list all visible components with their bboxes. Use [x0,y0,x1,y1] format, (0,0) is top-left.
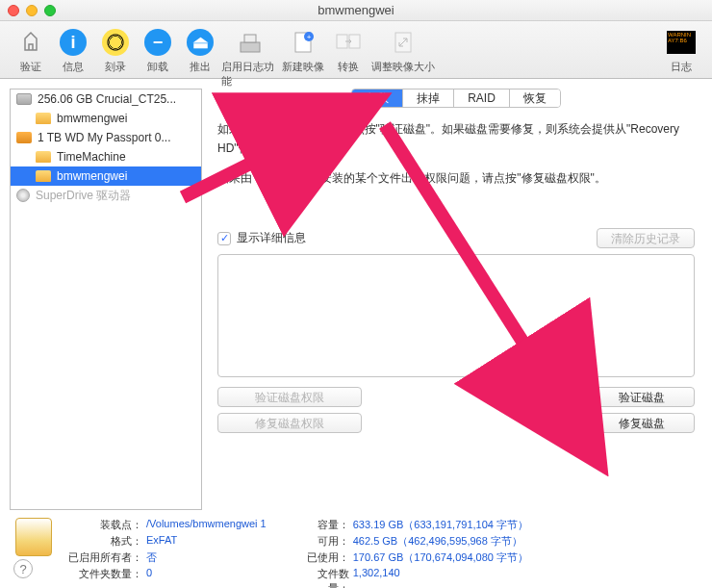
sidebar-item-vol2[interactable]: bmwmengwei [11,166,201,186]
svg-text:+: + [307,33,312,41]
toolbar: 验证 i信息 刻录 −卸载 ⏏推出 启用日志功能 +新建映像 转换 调整映像大小… [0,21,712,79]
verify-disk-button[interactable]: 验证磁盘 [589,387,695,407]
tab-erase[interactable]: 抹掉 [403,89,454,107]
description: 如果"修复磁盘"不可用，请点按"验证磁盘"。如果磁盘需要修复，则系统会提供从"R… [210,119,702,201]
show-details-checkbox[interactable]: ✓ 显示详细信息 [217,230,306,246]
volume-icon [36,170,51,182]
tab-bar: 急救 抹掉 RAID 恢复 [210,89,702,108]
toolbar-log[interactable]: WARNINAY7:B6日志 [660,27,702,74]
titlebar: bmwmengwei [0,0,712,21]
optical-icon [16,189,30,202]
svg-rect-0 [241,42,260,52]
log-output [217,254,695,377]
info-panel: 装载点：/Volumes/bmwmengwei 1 格式：ExFAT 已启用所有… [0,510,712,588]
window-title: bmwmengwei [0,3,712,17]
sidebar-item-disk1[interactable]: 1 TB WD My Passport 0... [11,128,201,147]
toolbar-unmount[interactable]: −卸载 [137,27,179,74]
verify-permissions-button[interactable]: 验证磁盘权限 [217,387,362,407]
hdd-icon [16,93,32,105]
toolbar-burn[interactable]: 刻录 [94,27,137,74]
toolbar-info[interactable]: i信息 [52,27,94,74]
detail-row: ✓ 显示详细信息 清除历史记录 [210,228,702,248]
volume-icon [36,113,51,124]
sidebar-item-disk0[interactable]: 256.06 GB Crucial_CT25... [11,89,201,109]
sidebar-item-vol1[interactable]: TimeMachine [11,147,201,166]
toolbar-new-image[interactable]: +新建映像 [279,27,327,74]
drive-image-icon [15,518,52,556]
sidebar-item-superdrive[interactable]: SuperDrive 驱动器 [11,186,201,205]
main-pane: 急救 抹掉 RAID 恢复 如果"修复磁盘"不可用，请点按"验证磁盘"。如果磁盘… [210,89,702,510]
tab-raid[interactable]: RAID [454,89,510,107]
repair-disk-button[interactable]: 修复磁盘 [589,413,695,433]
repair-permissions-button[interactable]: 修复磁盘权限 [217,413,362,433]
toolbar-eject[interactable]: ⏏推出 [179,27,221,74]
sidebar-item-vol0[interactable]: bmwmengwei [11,109,201,128]
tab-first-aid[interactable]: 急救 [352,89,403,107]
toolbar-verify[interactable]: 验证 [10,27,52,74]
clear-history-button[interactable]: 清除历史记录 [597,228,695,248]
help-button[interactable]: ? [13,559,33,578]
sidebar: 256.06 GB Crucial_CT25... bmwmengwei 1 T… [10,89,202,510]
content: 256.06 GB Crucial_CT25... bmwmengwei 1 T… [0,79,712,510]
volume-icon [36,151,51,163]
svg-rect-1 [244,35,256,42]
tab-restore[interactable]: 恢复 [510,89,560,107]
checkbox-icon: ✓ [217,232,231,245]
toolbar-enable-journaling[interactable]: 启用日志功能 [221,27,279,89]
toolbar-convert[interactable]: 转换 [327,27,369,74]
toolbar-resize[interactable]: 调整映像大小 [369,27,437,74]
external-hdd-icon [16,132,32,143]
